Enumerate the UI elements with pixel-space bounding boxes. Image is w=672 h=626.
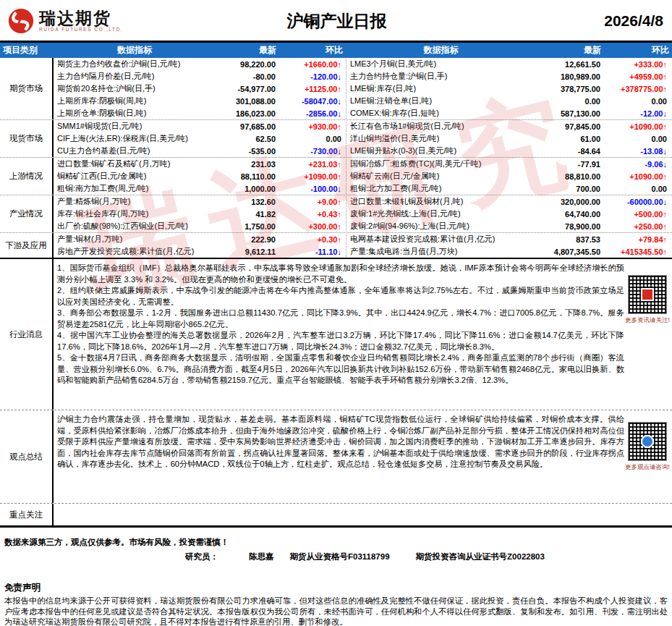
indicator-cell: 产量:铜材(月,万吨) (54, 234, 217, 245)
news-qr-block: 更多资讯请关注! (625, 275, 670, 325)
change-value-cell: +1125.00↑ (279, 85, 346, 93)
risk-note: 数据来源第三方，观点仅供参考。市场有风险，投资需谨慎！ (4, 537, 672, 548)
data-section: 下游及应用产量:铜材(月,万吨)222.90+0.30↑电网基本建设投资完成额:… (0, 232, 672, 258)
table-row: 库存:铜:社会库存(周,万吨)41.82+0.43↑废铜:1#光亮铜线:上海(日… (54, 208, 672, 220)
researcher-cert1: 期货从业资格号F03118799 (290, 552, 390, 561)
table-row: 上期所仓单:阴极铜(日,吨)186,023.00-2856.00↓COMEX:铜… (54, 107, 672, 119)
indicator-cell: LME铜:库存(日,吨) (346, 83, 536, 94)
latest-value-cell: 97,845.00 (536, 122, 604, 131)
report-header: 瑞达期货 RUIDA FUTURES CO.,LTD. 沪铜产业日报 2026/… (0, 0, 672, 41)
latest-value-cell: 231.03 (217, 160, 279, 169)
table-row: 上期所库存:阴极铜(周,吨)301,088.00-58047.00↓LME铜:注… (54, 95, 672, 107)
indicator-cell: 进口数量:未锻轧铜及铜材(月,吨) (346, 196, 536, 207)
summary-qr-code (628, 422, 667, 461)
news-item: 4、据中国汽车工业协会整理的海关总署数据显示，2026年2月，汽车整车进口3.2… (57, 330, 624, 352)
change-value-cell: +4959.00↑ (604, 72, 671, 81)
indicator-cell: 长江有色市场1#铜现货(日,元/吨) (346, 121, 536, 132)
change-value-cell: -120.00↓ (279, 72, 346, 81)
change-value-cell: 0.00 (604, 185, 671, 193)
change-value-cell: 0.00 (604, 97, 671, 106)
disclaimer-text: 本报告中的信息均来源于公开可获得资料，瑞达期货股份有限公司力求准确可靠，但对这些… (4, 596, 668, 626)
data-section: 期货市场期货主力合约收盘价:沪铜(日,元/吨)98,220.00+1660.00… (0, 58, 672, 119)
change-value-cell: -100.00↓ (279, 185, 346, 193)
disclaimer-title: 免责声明 (4, 582, 668, 594)
change-value-cell: +930.00↑ (279, 122, 346, 131)
col-header-change: 环比 (279, 44, 346, 56)
change-value-cell: +1660.00↑ (279, 60, 346, 69)
indicator-cell: 主力合约隔月价差(日,元/吨) (54, 71, 217, 82)
latest-value-cell: 180,989.00 (536, 72, 604, 81)
news-qr-caption: 更多资讯请关注! (625, 316, 670, 325)
indicator-cell: 出厂价:硫酸(98%):江西铜业(日,元/吨) (54, 221, 217, 232)
indicator-cell: 粗铜:北方加工费(周,元/吨) (346, 183, 536, 194)
news-item: 2、纽约联储主席威廉姆斯表示，中东战争引发的能源冲击将在今年内推高整体通胀，全年… (57, 285, 624, 308)
section-label: 下游及应用 (0, 233, 52, 258)
section-label: 上游情况 (0, 158, 52, 195)
news-item: 3、商务部公布数据显示，1-2月，我国服务进出口总额11430.7亿元，同比下降… (57, 308, 624, 330)
summary-qr-block: 更多观点请咨询! (625, 422, 670, 472)
change-value-cell: +0.30↑ (279, 235, 346, 244)
change-value-cell: +378775.00↑ (604, 85, 671, 93)
col-header-category: 项目类别 (0, 44, 52, 56)
researcher-label: 研究员： (185, 552, 218, 561)
col-header-change: 环比 (604, 44, 672, 56)
company-logo: 瑞达期货 RUIDA FUTURES CO.,LTD. (7, 7, 159, 35)
indicator-cell: 库存:铜:社会库存(周,万吨) (54, 208, 217, 219)
indicator-cell: 铜精矿江西(日,元/金属吨) (54, 171, 217, 182)
change-value-cell: -2856.00↓ (279, 109, 346, 118)
indicator-cell: 主力合约持仓量:沪铜(日,手) (346, 71, 536, 82)
news-item: 1、国际货币基金组织（IMF）总裁格奥尔基耶娃表示，中东战事将导致全球通胀加剧和… (57, 263, 624, 285)
table-row: 主力合约隔月价差(日,元/吨)-80.00-120.00↓主力合约持仓量:沪铜(… (54, 70, 672, 83)
section-rows: 进口数量:铜矿石及精矿(月,万吨)231.03+231.03↑国铜冶炼厂:粗炼费… (52, 158, 672, 195)
latest-value-cell: -535.00 (217, 147, 279, 156)
change-value-cell: +1090.00↑ (604, 172, 671, 181)
indicator-cell: 房地产开发投资完成额:累计值(月,亿元) (54, 246, 217, 257)
report-date: 2026/4/8 (514, 12, 666, 30)
industry-news-body: 1、国际货币基金组织（IMF）总裁格奥尔基耶娃表示，中东战事将导致全球通胀加剧和… (52, 259, 672, 410)
latest-value-cell: 132.60 (217, 198, 279, 206)
change-value-cell: -60000.00↓ (604, 198, 671, 206)
col-header-latest: 最新 (217, 44, 279, 56)
table-row: 产量:铜材(月,万吨)222.90+0.30↑电网基本建设投资完成额:累计值(月… (54, 233, 672, 245)
table-row: 出厂价:硫酸(98%):江西铜业(日,元/吨)1,750.00+300.00↑废… (54, 220, 672, 232)
latest-value-cell: -84.64 (536, 147, 604, 156)
data-sections: 期货市场期货主力合约收盘价:沪铜(日,元/吨)98,220.00+1660.00… (0, 58, 672, 258)
indicator-cell: LME铜升贴水(0-3)(日,美元/吨) (346, 145, 536, 156)
change-value-cell: +9.00↑ (279, 198, 346, 206)
change-value-cell: 0.00 (279, 135, 346, 143)
section-industry-news: 行业消息 1、国际货币基金组织（IMF）总裁格奥尔基耶娃表示，中东战事将导致全球… (0, 258, 672, 410)
latest-value-cell: -77.91 (536, 160, 604, 169)
table-row: 铜精矿江西(日,元/金属吨)88,110.00+1090.00↑铜精矿云南(日,… (54, 170, 672, 182)
indicator-cell: 废铜:1#光亮铜线:上海(日,元/吨) (346, 208, 536, 219)
change-value-cell: -730.00↓ (279, 147, 346, 156)
section-rows: 产量:精炼铜(月,万吨)132.60+9.00↑进口数量:未锻轧铜及铜材(月,吨… (52, 195, 672, 232)
change-value-cell: +231.03↑ (279, 160, 346, 169)
report-table: 项目类别 数据指标 最新 环比 数据指标 最新 环比 期货市场期货主力合约收盘价… (0, 41, 672, 528)
section-rows: 产量:铜材(月,万吨)222.90+0.30↑电网基本建设投资完成额:累计值(月… (52, 233, 672, 258)
latest-value-cell: -54,977.00 (217, 85, 279, 93)
change-value-cell: -9.06↓ (604, 160, 671, 169)
data-section: 现货市场SMM1#铜现货(日,元/吨)97,685.00+930.00↑长江有色… (0, 119, 672, 157)
company-name: 瑞达期货 (39, 9, 123, 27)
latest-value-cell: 700.00 (536, 185, 604, 193)
summary-qr-caption: 更多观点请咨询! (625, 463, 670, 472)
latest-value-cell: -80.00 (217, 72, 279, 81)
change-value-cell: +415345.50↑ (604, 248, 671, 256)
news-item: 5、金十数据4月7日讯，商务部商务大数据显示，清明假期，全国重点零售和餐饮企业日… (57, 352, 624, 386)
indicator-cell: 产量:精炼铜(月,万吨) (54, 196, 217, 207)
researcher-line: 研究员：陈思嘉期货从业资格号F03118799期货投资咨询从业证书号Z00228… (185, 551, 672, 562)
latest-value-cell: 88,810.00 (536, 172, 604, 181)
indicator-cell: LME铜:注销仓单(日,吨) (346, 96, 536, 106)
table-row: 房地产开发投资完成额:累计值(月,亿元)9,612.11-11.10↓产量:集成… (54, 245, 672, 258)
company-name-en: RUIDA FUTURES CO.,LTD. (39, 27, 123, 33)
change-value-cell: +79.84↑ (604, 235, 671, 244)
latest-value-cell: 62.50 (217, 135, 279, 143)
latest-value-cell: 4,807,345.50 (536, 248, 604, 256)
indicator-cell: 粗铜:南方加工费(周,元/吨) (54, 183, 217, 194)
latest-value-cell: 587,130.00 (536, 109, 604, 118)
latest-value-cell: 320,000.00 (536, 198, 604, 206)
indicator-cell: 期货主力合约收盘价:沪铜(日,元/吨) (54, 59, 217, 69)
latest-value-cell: 1,750.00 (217, 222, 279, 231)
table-row: SMM1#铜现货(日,元/吨)97,685.00+930.00↑长江有色市场1#… (54, 120, 672, 132)
indicator-cell: SMM1#铜现货(日,元/吨) (54, 121, 217, 132)
